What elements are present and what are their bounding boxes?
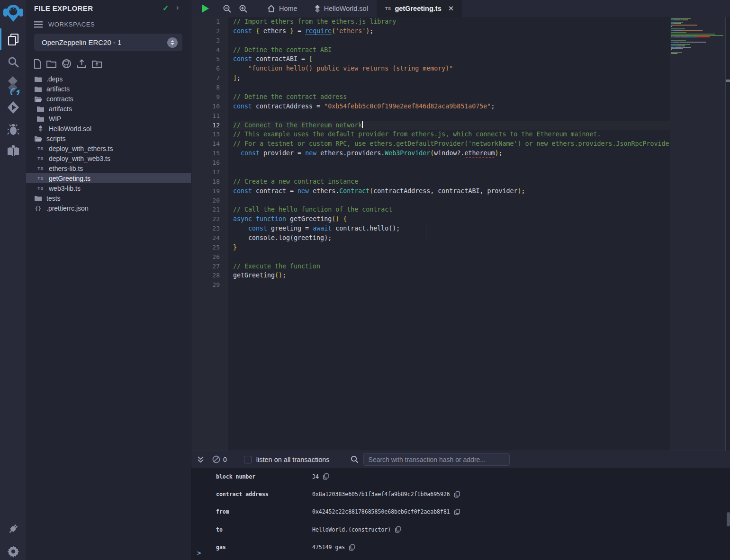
code-line-23[interactable]: 23 const greeting = await contract.hello… <box>191 224 670 233</box>
tree-item-web3-lib-ts[interactable]: TSweb3-lib.ts <box>26 183 191 193</box>
code-line-10[interactable]: 10const contractAddress = "0xb54febb5c0c… <box>191 102 670 111</box>
copy-icon[interactable] <box>454 491 460 498</box>
tree-item-contracts[interactable]: contracts <box>26 94 191 104</box>
code-line-28[interactable]: 28getGreeting(); <box>191 271 670 280</box>
solidity-compiler-icon[interactable] <box>0 75 26 96</box>
code-text: // Import ethers from the ethers.js libr… <box>233 17 670 27</box>
tab-home[interactable]: Home <box>259 0 306 17</box>
code-line-12[interactable]: 12// Connect to the Ethereum network <box>191 121 670 130</box>
zoom-out-icon[interactable] <box>219 0 235 17</box>
code-line-26[interactable]: 26 <box>191 252 670 262</box>
file-explorer-icon[interactable] <box>0 30 26 49</box>
indent-guide <box>426 224 426 242</box>
minimap-line <box>671 42 706 43</box>
minimap-line <box>671 49 672 50</box>
zoom-in-icon[interactable] <box>235 0 251 17</box>
terminal-scrollbar-thumb[interactable] <box>727 512 730 526</box>
code-line-17[interactable]: 17 <box>191 168 670 177</box>
copy-icon[interactable] <box>349 544 355 551</box>
code-line-7[interactable]: 7]; <box>191 73 670 83</box>
code-text: // This example uses the default provide… <box>233 130 670 139</box>
code-line-11[interactable]: 11 <box>191 111 670 121</box>
code-line-6[interactable]: 6 "function hello() public view returns … <box>191 64 670 73</box>
github-icon[interactable] <box>62 59 72 69</box>
terminal-search-input[interactable] <box>363 453 510 466</box>
file-tree: .depsartifactscontractsartifactsWIPHello… <box>26 74 191 213</box>
code-line-8[interactable]: 8 <box>191 83 670 92</box>
tree-item-helloworld-sol[interactable]: HelloWorld.sol <box>26 124 191 133</box>
code-line-24[interactable]: 24 console.log(greeting); <box>191 233 670 243</box>
tree-item--deps[interactable]: .deps <box>26 74 191 84</box>
code-line-21[interactable]: 21// Call the hello function of the cont… <box>191 205 670 214</box>
expand-terminal-icon[interactable] <box>197 456 204 463</box>
tree-item-deploy-with-ethers-ts[interactable]: TSdeploy_with_ethers.ts <box>26 143 191 153</box>
close-tab-icon[interactable]: ✕ <box>448 4 454 13</box>
code-line-4[interactable]: 4// Define the contract ABI <box>191 45 670 55</box>
folder-icon <box>34 196 42 201</box>
line-number: 14 <box>191 139 220 149</box>
editor-scrollbar[interactable] <box>725 17 730 451</box>
tree-item-getgreeting-ts[interactable]: TSgetGreeting.ts <box>26 173 191 183</box>
code-line-16[interactable]: 16 <box>191 158 670 168</box>
code-line-13[interactable]: 13// This example uses the default provi… <box>191 130 670 139</box>
tree-item-wip[interactable]: WIP <box>26 114 191 124</box>
debugger-icon[interactable] <box>0 121 26 138</box>
libraries-book-icon[interactable] <box>0 142 26 160</box>
new-file-icon[interactable] <box>34 59 41 69</box>
code-line-19[interactable]: 19const contract = new ethers.Contract(c… <box>191 187 670 196</box>
run-script-button[interactable] <box>191 0 219 17</box>
code-line-15[interactable]: 15 const provider = new ethers.providers… <box>191 149 670 158</box>
search-icon[interactable] <box>0 53 26 71</box>
tree-item-artifacts[interactable]: artifacts <box>26 84 191 94</box>
minimap-line <box>671 19 688 20</box>
code-line-9[interactable]: 9// Define the contract address <box>191 92 670 102</box>
clear-console-icon[interactable] <box>212 455 220 463</box>
code-line-20[interactable]: 20 <box>191 196 670 205</box>
code-editor[interactable]: 1// Import ethers from the ethers.js lib… <box>191 17 670 451</box>
tree-item-tests[interactable]: tests <box>26 193 191 203</box>
code-line-22[interactable]: 22async function getGreeting() { <box>191 214 670 224</box>
code-text: // Define the contract ABI <box>233 45 670 55</box>
code-line-3[interactable]: 3 <box>191 36 670 45</box>
tab-getgreeting-ts[interactable]: TS getGreeting.ts ✕ <box>377 0 462 17</box>
tree-item-label: deploy_with_ethers.ts <box>49 145 113 152</box>
line-number: 6 <box>191 64 220 73</box>
tree-item-scripts[interactable]: scripts <box>26 133 191 143</box>
code-line-2[interactable]: 2const { ethers } = require('ethers'); <box>191 27 670 36</box>
code-line-5[interactable]: 5const contractABI = [ <box>191 54 670 64</box>
tree-item-deploy-with-web3-ts[interactable]: TSdeploy_with_web3.ts <box>26 153 191 163</box>
plugin-manager-icon[interactable] <box>0 521 26 537</box>
listen-transactions-checkbox[interactable] <box>244 456 252 463</box>
new-folder-icon[interactable] <box>46 60 56 68</box>
tree-item-label: contracts <box>46 95 73 103</box>
code-line-14[interactable]: 14// For a testnet or custom RPC, use et… <box>191 139 670 149</box>
upload-folder-icon[interactable] <box>92 60 102 68</box>
remix-logo-icon[interactable] <box>0 2 26 24</box>
tree-item-artifacts[interactable]: artifacts <box>26 104 191 114</box>
text-cursor <box>362 121 363 128</box>
copy-icon[interactable] <box>323 473 329 480</box>
tree-item-label: ethers-lib.ts <box>49 165 83 172</box>
code-line-29[interactable]: 29 <box>191 280 670 290</box>
copy-icon[interactable] <box>395 526 401 533</box>
tree-item-label: HelloWorld.sol <box>49 125 91 133</box>
settings-gear-icon[interactable] <box>0 543 26 560</box>
tree-item-ethers-lib-ts[interactable]: TSethers-lib.ts <box>26 163 191 173</box>
minimap[interactable] <box>670 17 725 451</box>
transaction-count-badge: 0 <box>223 456 227 463</box>
tree-item--prettierrc-json[interactable]: { }.prettierrc.json <box>26 203 191 213</box>
code-line-25[interactable]: 25} <box>191 243 670 252</box>
terminal-prompt[interactable]: > <box>197 549 201 557</box>
code-line-27[interactable]: 27// Execute the function <box>191 262 670 271</box>
upload-file-icon[interactable] <box>77 59 87 69</box>
hamburger-menu-icon[interactable] <box>34 21 43 28</box>
code-line-18[interactable]: 18// Create a new contract instance <box>191 177 670 187</box>
tab-helloworld-sol[interactable]: HelloWorld.sol <box>306 0 377 17</box>
tx-detail-row-from: from0x42452c22c88178685850e68beb6cf0f2ae… <box>191 503 730 521</box>
panel-collapse-chevron-icon[interactable]: › <box>176 3 179 12</box>
workspace-select[interactable]: OpenZeppelin ERC20 - 1 <box>34 34 182 51</box>
copy-icon[interactable] <box>454 509 460 515</box>
deploy-run-icon[interactable] <box>0 98 26 116</box>
tx-detail-label: to <box>216 526 312 533</box>
code-line-1[interactable]: 1// Import ethers from the ethers.js lib… <box>191 17 670 27</box>
